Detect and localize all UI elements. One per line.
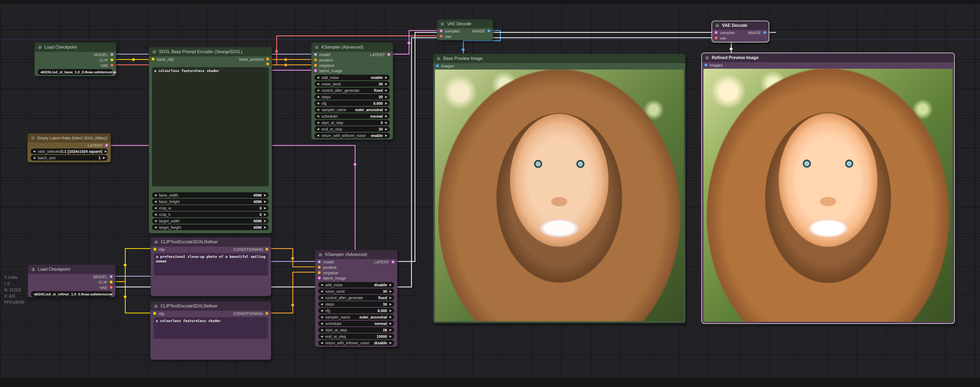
node-title-bar[interactable]: KSampler (Advanced) [312,43,393,52]
node-title-bar[interactable]: Load Checkpoint [35,43,116,52]
widget-stepper-scheduler[interactable]: ◀schedulernormal▶ [314,113,390,119]
input-pin-clip[interactable] [153,248,156,251]
node-title-bar[interactable]: Refined Preview Image [702,53,954,62]
increment-arrow-icon[interactable]: ▶ [390,309,392,312]
node-title-bar[interactable]: Load Checkpoint [28,265,115,274]
node-clip-text-encode-refiner-positive[interactable]: CLIPTextEncodeSDXLRefiner clip CONDITION… [151,237,271,296]
input-pin-vae[interactable] [714,36,718,40]
node-title-bar[interactable]: VAE Decode [437,20,493,28]
input-pin-base-clip[interactable] [151,57,155,61]
ckpt-name-selector[interactable]: ◀SDXL\sd_xl_refiner_1.0_0.9vae.safetenso… [31,291,112,297]
output-pin-model[interactable] [110,275,113,278]
widget-stepper-return_with_leftover_noise[interactable]: ◀return_with_leftover_noisedisable▶ [318,340,394,346]
increment-arrow-icon[interactable]: ▶ [103,156,105,159]
reroute-dot[interactable] [124,263,127,267]
collapse-dot-icon[interactable] [153,50,156,54]
reroute-dot[interactable] [291,304,294,307]
collapse-dot-icon[interactable] [716,24,719,27]
widget-stepper-end_at_step[interactable]: ◀end_at_step30▶ [314,126,390,132]
widget-stepper-steps[interactable]: ◀steps30▶ [314,94,390,100]
decrement-arrow-icon[interactable]: ◀ [317,95,319,99]
widget-stepper-noise_seed[interactable]: ◀noise_seed30▶ [318,288,394,294]
input-pin-vae[interactable] [439,35,443,38]
prompt-textarea[interactable]: a professional close-up photo of a beaut… [154,253,268,276]
output-pin-model[interactable] [110,53,114,56]
input-pin-positive[interactable] [318,266,321,269]
increment-arrow-icon[interactable]: ▶ [264,200,266,203]
decrement-arrow-icon[interactable]: ◀ [154,193,156,197]
collapse-dot-icon[interactable] [154,240,158,244]
collapse-dot-icon[interactable] [319,253,322,256]
widget-stepper-add_noise[interactable]: ◀add_noiseenable▶ [314,75,390,80]
decrement-arrow-icon[interactable]: ◀ [154,226,156,229]
decrement-arrow-icon[interactable]: ◀ [33,150,35,153]
decrement-arrow-icon[interactable]: ◀ [321,334,323,338]
input-pin-images[interactable] [704,64,708,67]
output-pin-conditioning[interactable] [265,312,269,315]
widget-stepper-add_noise[interactable]: ◀add_noisedisable▶ [318,282,394,288]
node-title-bar[interactable]: CLIPTextEncodeSDXLRefiner [151,237,271,247]
output-pin-vae[interactable] [110,286,113,289]
output-pin-latent[interactable] [391,260,395,263]
increment-arrow-icon[interactable]: ▶ [264,226,266,229]
decrement-arrow-icon[interactable]: ◀ [317,134,319,137]
increment-arrow-icon[interactable]: ▶ [385,121,387,124]
widget-stepper-scheduler[interactable]: ◀schedulernormal▶ [318,321,394,326]
decrement-arrow-icon[interactable]: ◀ [321,315,323,319]
collapse-dot-icon[interactable] [32,268,35,271]
increment-arrow-icon[interactable]: ▶ [385,108,387,111]
increment-arrow-icon[interactable]: ▶ [385,82,387,86]
node-load-checkpoint-refiner[interactable]: Load Checkpoint MODEL CLIP VAE ◀SDXL\sd_… [28,264,115,297]
widget-stepper-crop_w[interactable]: ◀crop_w0▶ [152,205,269,211]
decrement-arrow-icon[interactable]: ◀ [317,121,319,124]
input-pin-latent-image[interactable] [318,276,321,280]
next-arrow-icon[interactable]: ▶ [111,293,113,296]
decrement-arrow-icon[interactable]: ◀ [317,89,319,92]
next-arrow-icon[interactable]: ▶ [115,70,116,74]
increment-arrow-icon[interactable]: ▶ [385,102,387,105]
reroute-dot[interactable] [407,41,410,45]
output-pin-base-positive[interactable] [266,57,269,61]
widget-stepper-control_after_generate[interactable]: ◀control_after_generatefixed▶ [314,88,390,93]
input-pin-samples[interactable] [439,29,443,32]
output-pin-base-negative[interactable] [266,62,269,65]
collapse-dot-icon[interactable] [705,56,709,60]
prompt-textarea[interactable]: a colourless featureless shader [152,67,269,186]
increment-arrow-icon[interactable]: ▶ [390,303,392,306]
node-refined-preview-image[interactable]: Refined Preview Image images [701,53,955,324]
node-clip-text-encode-refiner-negative[interactable]: CLIPTextEncodeSDXLRefiner clip CONDITION… [150,301,271,360]
decrement-arrow-icon[interactable]: ◀ [154,200,156,203]
collapse-dot-icon[interactable] [315,46,318,49]
increment-arrow-icon[interactable]: ▶ [390,328,392,332]
collapse-dot-icon[interactable] [441,22,444,26]
widget-stepper-base_height[interactable]: ◀base_height4096▶ [152,199,269,204]
increment-arrow-icon[interactable]: ▶ [385,127,387,131]
output-pin-latent[interactable] [387,53,390,56]
decrement-arrow-icon[interactable]: ◀ [321,303,323,306]
node-title-bar[interactable]: SDXL Base Prompt Encoder (SeargeSDXL) [149,47,272,56]
node-title-bar[interactable]: VAE Decode [712,21,769,30]
decrement-arrow-icon[interactable]: ◀ [317,115,319,118]
decrement-arrow-icon[interactable]: ◀ [321,341,323,344]
node-vae-decode-refined[interactable]: VAE Decode samples IMAGE vae [711,21,769,43]
node-base-preview-image[interactable]: Base Preview Image images [433,54,686,323]
widget-stepper-sampler_name[interactable]: ◀sampler_nameeuler_ancestral▶ [314,107,390,113]
decrement-arrow-icon[interactable]: ◀ [154,206,156,210]
ckpt-name-selector[interactable]: ◀SDXL\sd_xl_base_1.0_0.9vae.safetensors▶ [38,69,113,75]
widget-stepper-sampler_name[interactable]: ◀sampler_nameeuler_ancestral▶ [318,314,394,320]
widget-stepper-cfg[interactable]: ◀cfg8.000▶ [318,308,394,314]
output-pin-clip[interactable] [110,58,114,62]
output-pin-latent[interactable] [105,144,108,147]
collapse-dot-icon[interactable] [154,304,158,308]
increment-arrow-icon[interactable]: ▶ [390,322,392,325]
collapse-dot-icon[interactable] [38,46,41,49]
node-empty-latent-ratio-select[interactable]: Empty Latent Ratio Select SDXL (Mikey) L… [27,133,111,162]
widget-stepper-target_height[interactable]: ◀target_height4096▶ [152,225,269,230]
decrement-arrow-icon[interactable]: ◀ [317,82,319,86]
increment-arrow-icon[interactable]: ▶ [264,219,266,223]
input-pin-negative[interactable] [318,271,321,274]
widget-stepper-cfg[interactable]: ◀cfg8.000▶ [314,100,390,106]
output-pin-vae[interactable] [110,64,114,67]
widget-stepper-start_at_step[interactable]: ◀start_at_step26▶ [318,327,394,333]
prompt-textarea[interactable]: a colourless featureless shader [154,317,268,339]
